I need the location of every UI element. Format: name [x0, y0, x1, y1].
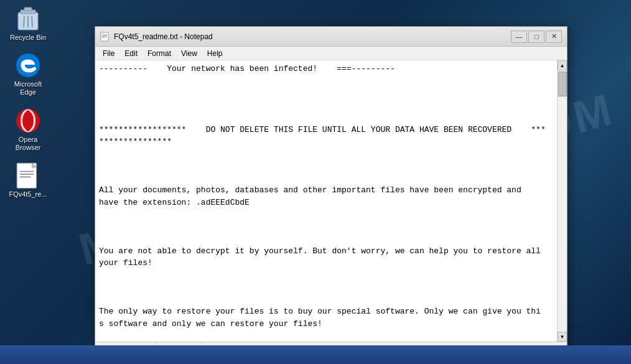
recycle-bin-icon[interactable]: Recycle Bin — [6, 6, 50, 42]
svg-rect-15 — [101, 32, 108, 41]
maximize-button[interactable]: □ — [528, 30, 545, 43]
menu-format[interactable]: Format — [143, 48, 176, 59]
readme-file-label: FQv4t5_re... — [9, 190, 47, 198]
menu-help[interactable]: Help — [202, 48, 228, 59]
window-title: FQv4t5_readme.txt - Notepad — [114, 32, 511, 41]
menu-edit[interactable]: Edit — [119, 48, 143, 59]
window-controls: — □ ✕ — [511, 30, 562, 43]
opera-icon-desktop[interactable]: Opera Browser — [6, 108, 50, 152]
scrollbar-track[interactable] — [558, 70, 567, 332]
scrollbar[interactable]: ▲ ▼ — [557, 60, 567, 342]
scroll-down-button[interactable]: ▼ — [558, 332, 567, 342]
recycle-bin-label: Recycle Bin — [10, 34, 46, 42]
taskbar — [0, 345, 631, 364]
title-bar: FQv4t5_readme.txt - Notepad — □ ✕ — [95, 27, 567, 47]
notepad-window: FQv4t5_readme.txt - Notepad — □ ✕ File E… — [95, 26, 568, 356]
svg-line-3 — [24, 16, 24, 27]
desktop-icons: Recycle Bin Microsoft Edge Opera Browser — [6, 6, 50, 198]
menu-view[interactable]: View — [176, 48, 202, 59]
svg-line-5 — [32, 16, 32, 27]
menu-bar: File Edit Format View Help — [95, 47, 567, 60]
scroll-up-button[interactable]: ▲ — [558, 60, 567, 70]
menu-file[interactable]: File — [98, 48, 119, 59]
close-button[interactable]: ✕ — [546, 30, 562, 43]
scrollbar-thumb[interactable] — [558, 72, 567, 96]
edge-label: Microsoft Edge — [6, 80, 50, 96]
minimize-button[interactable]: — — [511, 30, 527, 43]
svg-point-9 — [24, 110, 32, 131]
readme-file-icon[interactable]: FQv4t5_re... — [6, 163, 50, 198]
opera-label: Opera Browser — [6, 136, 50, 152]
svg-rect-2 — [24, 7, 32, 11]
text-editor[interactable]: ---------- Your network has been infecte… — [95, 60, 557, 342]
edge-icon-desktop[interactable]: Microsoft Edge — [6, 53, 50, 96]
text-area-container: ---------- Your network has been infecte… — [95, 60, 567, 342]
svg-point-6 — [16, 54, 40, 77]
notepad-icon — [100, 32, 110, 42]
